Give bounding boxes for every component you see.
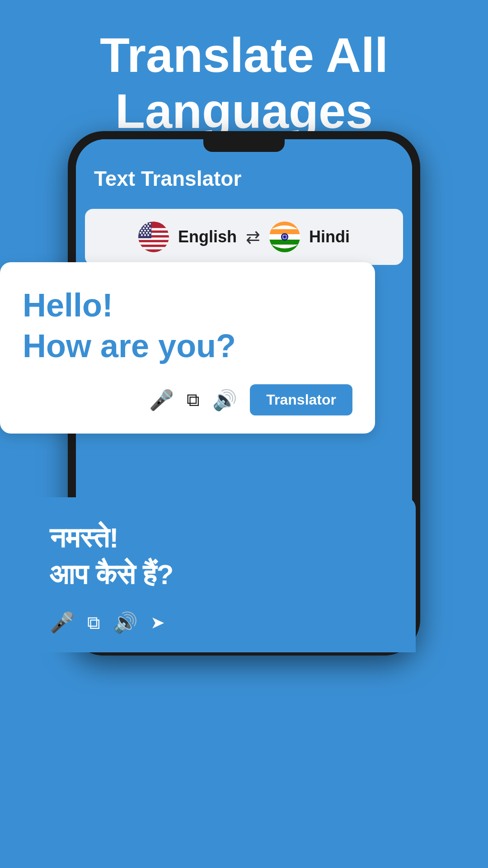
result-share-icon[interactable]: ➤	[150, 613, 165, 632]
svg-point-10	[149, 223, 151, 225]
source-card-actions: 🎤 ⧉ 🔊 Translator	[23, 384, 352, 415]
hero-title: Translate All Languages	[45, 27, 443, 139]
svg-point-19	[144, 230, 146, 231]
result-card: नमस्ते! आप कैसे हैं? 🎤 ⧉ 🔊 ➤	[27, 497, 416, 652]
result-card-actions: 🎤 ⧉ 🔊 ➤	[50, 611, 393, 634]
app-title: Text Translator	[94, 166, 394, 191]
source-language-label[interactable]: English	[178, 227, 237, 246]
result-mic-icon[interactable]: 🎤	[50, 611, 75, 634]
svg-point-18	[141, 230, 143, 231]
us-flag	[138, 222, 169, 252]
translator-button[interactable]: Translator	[250, 384, 352, 415]
svg-point-20	[147, 230, 149, 231]
target-language-label[interactable]: Hindi	[309, 227, 350, 246]
svg-point-21	[140, 232, 141, 234]
copy-icon[interactable]: ⧉	[187, 389, 200, 410]
svg-point-11	[141, 225, 143, 227]
svg-point-17	[149, 227, 151, 229]
svg-rect-4	[138, 242, 169, 245]
svg-point-25	[141, 234, 143, 236]
mic-icon[interactable]: 🎤	[149, 388, 174, 412]
result-volume-icon[interactable]: 🔊	[113, 611, 138, 634]
svg-point-15	[143, 227, 145, 229]
svg-point-27	[147, 234, 149, 236]
svg-point-13	[147, 225, 149, 227]
svg-point-9	[146, 223, 148, 225]
phone-notch	[203, 139, 285, 152]
result-copy-icon[interactable]: ⧉	[87, 612, 100, 633]
language-selector[interactable]: English ⇄	[85, 209, 403, 265]
source-text: Hello! How are you?	[23, 285, 352, 366]
svg-point-12	[144, 225, 146, 227]
svg-point-7	[140, 223, 141, 225]
svg-point-16	[146, 227, 148, 229]
volume-icon[interactable]: 🔊	[212, 388, 237, 412]
source-text-card: Hello! How are you? 🎤 ⧉ 🔊 Translator	[0, 262, 375, 434]
svg-rect-5	[138, 247, 169, 249]
result-text: नमस्ते! आप कैसे हैं?	[50, 520, 393, 593]
india-flag	[269, 222, 300, 252]
svg-point-8	[143, 223, 145, 225]
svg-point-14	[140, 227, 141, 229]
svg-point-24	[149, 232, 151, 234]
svg-point-23	[146, 232, 148, 234]
svg-point-22	[143, 232, 145, 234]
svg-point-26	[144, 234, 146, 236]
swap-languages-icon[interactable]: ⇄	[246, 227, 260, 247]
